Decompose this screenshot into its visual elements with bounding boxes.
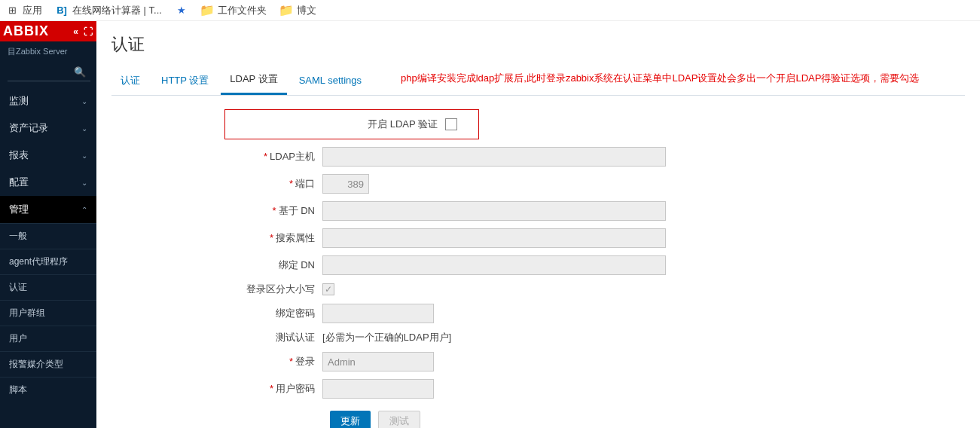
bind-dn-input[interactable] [322,255,666,275]
search-button[interactable]: 🔍 [8,63,90,81]
nav-monitoring[interactable]: 监测 ⌄ [0,87,96,115]
test-auth-label: 测试认证 [276,332,315,343]
nav-admin[interactable]: 管理 ⌃ [0,196,96,223]
nav-label: 报表 [9,148,29,162]
test-auth-note: [必需为一个正确的LDAP用户] [322,331,451,344]
bookmark-label: 在线网络计算器 | T... [72,4,162,17]
bookmark-label: 应用 [23,4,42,17]
case-sensitive-checkbox [322,283,334,295]
admin-subnav: 一般 agent代理程序 认证 用户群组 用户 报警媒介类型 脚本 [0,223,96,402]
subnav-general[interactable]: 一般 [0,223,96,249]
nav-label: 监测 [9,94,29,108]
tab-ldap[interactable]: LDAP 设置 [221,66,286,95]
enable-ldap-highlight: 开启 LDAP 验证 [224,109,479,139]
bookmark-work-folder[interactable]: 📁 工作文件夹 [201,4,267,17]
sidebar: ABBIX « ⛶ 目Zabbix Server 🔍 监测 ⌄ 资产记录 ⌄ 报… [0,21,96,428]
chevron-up-icon: ⌃ [81,206,87,214]
bookmark-label: 工作文件夹 [218,4,267,17]
logo-bar: ABBIX « ⛶ [0,21,96,41]
subnav-user-groups[interactable]: 用户群组 [0,300,96,326]
nav-config[interactable]: 配置 ⌄ [0,169,96,196]
chevron-down-icon: ⌄ [81,124,87,133]
nav-label: 配置 [9,176,29,189]
subnav-auth[interactable]: 认证 [0,274,96,300]
enable-ldap-checkbox[interactable] [445,118,457,130]
expand-icon[interactable]: ⛶ [84,26,93,37]
ldap-form: 开启 LDAP 验证 *LDAP主机 *端口 *基于 DN *搜索属性 [111,109,965,428]
tabs: 认证 HTTP 设置 LDAP 设置 SAML settings php编译安装… [111,66,965,96]
search-icon: 🔍 [74,66,86,78]
case-sensitive-label: 登录区分大小写 [246,283,315,295]
bookmark-label: 博文 [297,4,316,17]
annotation-text: php编译安装完成ldap扩展后,此时登录zabbix系统在认证菜单中LDAP设… [401,72,919,90]
search-attr-label: 搜索属性 [276,232,315,243]
update-button[interactable]: 更新 [330,411,371,428]
search-attr-input[interactable] [322,228,666,248]
chevron-down-icon: ⌄ [81,151,87,160]
host-label: LDAP主机 [270,151,315,162]
collapse-icon[interactable]: « [73,26,79,37]
user-pwd-label: 用户密码 [276,383,315,394]
nav-label: 资产记录 [9,121,48,135]
chevron-down-icon: ⌄ [81,97,87,105]
folder-icon: 📁 [280,5,292,17]
subnav-media-types[interactable]: 报警媒介类型 [0,351,96,377]
bookmark-star[interactable]: ★ [176,5,188,17]
ldap-host-input[interactable] [322,147,666,167]
nav: 监测 ⌄ 资产记录 ⌄ 报表 ⌄ 配置 ⌄ 管理 ⌃ 一般 agent代理程序 [0,87,96,402]
bookmark-calculator[interactable]: B] 在线网络计算器 | T... [56,4,162,17]
ldap-port-input[interactable] [322,174,369,194]
content: 认证 认证 HTTP 设置 LDAP 设置 SAML settings php编… [96,21,980,428]
folder-icon: 📁 [201,5,213,17]
login-label: 登录 [295,356,315,367]
bind-dn-label: 绑定 DN [279,259,315,271]
user-pwd-input[interactable] [322,379,434,399]
base-dn-label: 基于 DN [279,205,315,216]
logo-text: ABBIX [3,23,49,39]
nav-label: 管理 [9,203,29,216]
port-label: 端口 [295,178,315,189]
tab-saml[interactable]: SAML settings [290,69,371,93]
base-dn-input[interactable] [322,201,666,221]
nav-reports[interactable]: 报表 ⌄ [0,142,96,169]
test-button: 测试 [378,411,420,428]
subnav-users[interactable]: 用户 [0,326,96,351]
bookmark-apps[interactable]: ⊞ 应用 [6,4,42,17]
enable-ldap-label: 开启 LDAP 验证 [368,118,438,131]
chevron-down-icon: ⌄ [81,179,87,187]
tab-auth[interactable]: 认证 [111,68,149,94]
page-title: 认证 [111,33,965,56]
bookmark-bar: ⊞ 应用 B] 在线网络计算器 | T... ★ 📁 工作文件夹 📁 博文 [0,0,980,21]
nav-inventory[interactable]: 资产记录 ⌄ [0,115,96,142]
star-icon: ★ [176,5,188,17]
bookmark-blog-folder[interactable]: 📁 博文 [280,4,316,17]
calc-icon: B] [56,5,68,17]
apps-icon: ⊞ [6,5,18,17]
server-name: 目Zabbix Server [0,41,96,63]
subnav-agent-proxy[interactable]: agent代理程序 [0,249,96,274]
login-input[interactable] [322,352,434,371]
bind-pwd-input[interactable] [322,304,434,323]
bind-pwd-label: 绑定密码 [276,307,315,319]
tab-http[interactable]: HTTP 设置 [152,68,218,94]
subnav-scripts[interactable]: 脚本 [0,377,96,402]
